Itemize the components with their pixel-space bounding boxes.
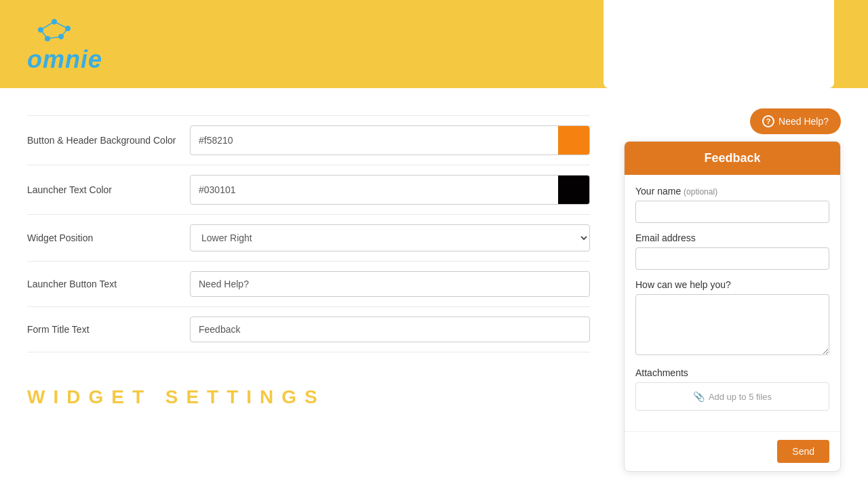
label-form-title: Form Title Text	[27, 324, 190, 335]
paperclip-icon: 📎	[693, 391, 705, 402]
logo-icon	[27, 15, 81, 49]
settings-row-form-title: Form Title Text	[27, 307, 590, 352]
settings-row-btn-bg-color: Button & Header Background Color	[27, 115, 590, 165]
input-email[interactable]	[635, 247, 829, 270]
feedback-footer: Send	[625, 431, 840, 471]
svg-line-5	[54, 22, 68, 28]
feedback-widget-header: Feedback	[625, 142, 840, 175]
logo-text: omnie	[27, 45, 102, 74]
svg-line-7	[61, 28, 68, 37]
label-your-name: Your name (optional)	[635, 186, 829, 197]
svg-line-6	[41, 22, 54, 30]
label-launcher-text-color: Launcher Text Color	[27, 184, 190, 195]
color-text-bg[interactable]	[191, 128, 558, 152]
color-text-launcher[interactable]	[191, 178, 558, 202]
field-email: Email address	[635, 232, 829, 270]
control-widget-position: Lower Right Lower Left Upper Right Upper…	[190, 224, 590, 251]
control-form-title	[190, 317, 590, 342]
attachments-hint: Add up to 5 files	[709, 392, 772, 402]
textarea-help[interactable]	[635, 294, 829, 355]
header-white-box	[604, 0, 834, 88]
need-help-label: Need Help?	[778, 116, 829, 127]
select-widget-position[interactable]: Lower Right Lower Left Upper Right Upper…	[190, 224, 590, 251]
control-launcher-btn-text	[190, 271, 590, 297]
field-help: How can we help you?	[635, 279, 829, 358]
color-input-wrapper-text[interactable]	[190, 175, 590, 205]
widget-settings-title: WIDGET SETTINGS	[27, 386, 590, 408]
question-icon: ?	[762, 115, 774, 127]
color-swatch-black	[558, 176, 589, 204]
control-btn-bg-color	[190, 125, 590, 155]
settings-row-launcher-text-color: Launcher Text Color	[27, 165, 590, 215]
send-button[interactable]: Send	[777, 440, 829, 463]
color-input-wrapper-bg[interactable]	[190, 125, 590, 155]
field-attachments: Attachments 📎 Add up to 5 files	[635, 367, 829, 411]
label-email: Email address	[635, 232, 829, 243]
label-btn-bg-color: Button & Header Background Color	[27, 135, 190, 146]
attachments-area[interactable]: 📎 Add up to 5 files	[635, 382, 829, 411]
field-your-name: Your name (optional)	[635, 186, 829, 223]
right-panel: ? Need Help? Feedback Your name (optiona…	[610, 102, 841, 474]
settings-row-widget-position: Widget Position Lower Right Lower Left U…	[27, 215, 590, 262]
need-help-button[interactable]: ? Need Help?	[750, 108, 841, 134]
control-launcher-text-color	[190, 175, 590, 205]
input-form-title[interactable]	[190, 317, 590, 342]
label-attachments: Attachments	[635, 367, 829, 378]
left-panel: Button & Header Background Color Launche…	[27, 102, 590, 474]
input-your-name[interactable]	[635, 201, 829, 223]
page-header: omnie	[0, 0, 868, 88]
logo: omnie	[27, 15, 102, 74]
label-help: How can we help you?	[635, 279, 829, 290]
feedback-widget: Feedback Your name (optional) Email addr…	[624, 141, 841, 472]
settings-row-launcher-btn-text: Launcher Button Text	[27, 262, 590, 307]
color-swatch-orange	[558, 126, 589, 155]
feedback-widget-body: Your name (optional) Email address How c…	[625, 175, 840, 431]
main-content: Button & Header Background Color Launche…	[0, 88, 868, 488]
label-launcher-btn-text: Launcher Button Text	[27, 279, 190, 289]
label-widget-position: Widget Position	[27, 232, 190, 243]
svg-line-8	[41, 30, 47, 39]
input-launcher-btn-text[interactable]	[190, 271, 590, 297]
optional-tag: (optional)	[684, 187, 717, 197]
